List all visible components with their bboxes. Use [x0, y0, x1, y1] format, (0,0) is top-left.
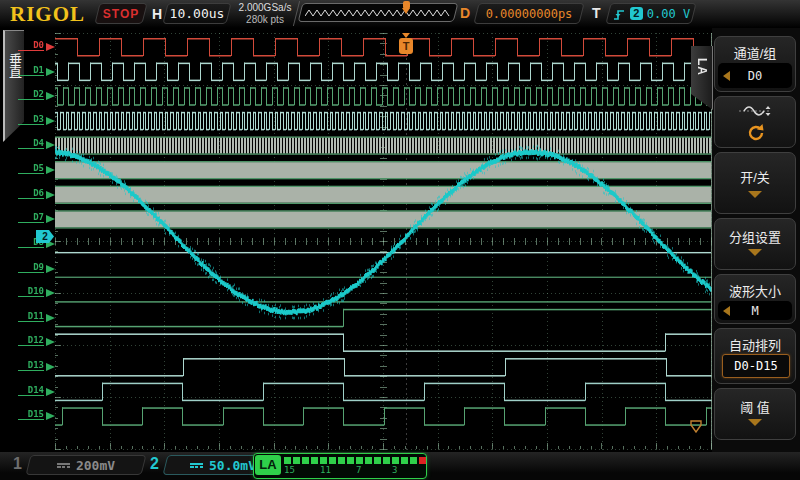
menu-title: 分组设置 [715, 227, 795, 246]
digital-channel-label[interactable]: D13 [18, 360, 44, 371]
trigger-label: T [592, 5, 601, 21]
down-arrow-icon [748, 191, 762, 198]
la-tab-label: LA [695, 58, 709, 76]
menu-title: 自动排列 [715, 335, 795, 354]
waveform-offscreen-indicator-icon [688, 419, 704, 432]
menu-title: 开/关 [715, 167, 795, 186]
menu-value-area: D0 [718, 63, 792, 88]
left-arrow-icon [723, 306, 730, 316]
top-status-bar: RIGOL STOP H 10.00us 2.000GSa/s 280k pts… [0, 0, 800, 29]
ch2-coupling-icon [190, 462, 203, 469]
down-arrow-icon [748, 249, 762, 256]
menu-item-channel-group[interactable]: 通道/组 D0 [714, 36, 796, 92]
run-status-label: STOP [103, 7, 139, 21]
digital-channel-label[interactable]: D11 [18, 311, 44, 322]
digital-channel-label[interactable]: D5 [18, 163, 44, 174]
acquisition-info: 2.000GSa/s 280k pts [236, 2, 294, 26]
la-bit-indicator [374, 457, 381, 464]
la-badge: LA [255, 455, 281, 475]
menu-title: 波形大小 [715, 281, 795, 300]
down-arrow-icon [748, 419, 762, 426]
menu-title: 通道/组 [715, 43, 795, 62]
menu-item-threshold[interactable]: 阈 值 [714, 388, 796, 440]
digital-channel-label[interactable]: D10 [18, 286, 44, 297]
la-bit-indicator [293, 457, 300, 464]
trigger-level-value: 0.00 V [647, 7, 690, 21]
waveform-preview-strip[interactable] [298, 3, 459, 22]
la-bit-indicator [347, 457, 354, 464]
la-group-number: 15 [284, 465, 295, 475]
la-bit-indicator [419, 457, 426, 464]
la-group-number: 7 [356, 465, 361, 475]
sample-rate: 2.000GSa/s [239, 2, 292, 13]
la-bit-indicator [383, 457, 390, 464]
channel-group-value: D0 [748, 69, 762, 83]
la-bit-indicator [311, 457, 318, 464]
digital-channel-label[interactable]: D15 [18, 409, 44, 420]
menu-value-area: M [718, 301, 792, 320]
ch2-position-marker[interactable]: 2 [36, 230, 54, 243]
waveform-display[interactable] [54, 32, 712, 450]
la-bit-indicator [356, 457, 363, 464]
menu-title: 阈 值 [715, 397, 795, 416]
menu-item-on-off[interactable]: 开/关 [714, 152, 796, 214]
softkey-menu-panel: 通道/组 D0 开/关 分组设置 波形大小 M 自动排列 D0-D15 [712, 28, 800, 452]
trigger-status-display[interactable]: 2 0.00 V [605, 3, 696, 24]
menu-item-wave-adjust[interactable] [714, 96, 796, 148]
la-bit-indicator [302, 457, 309, 464]
mini-trigger-arrow-icon [402, 8, 410, 14]
memory-depth: 280k pts [246, 14, 284, 25]
menu-item-auto-arrange[interactable]: 自动排列 D0-D15 [714, 328, 796, 384]
timebase-value: 10.00us [170, 6, 225, 21]
ch2-number: 2 [150, 455, 159, 473]
la-bit-indicator [410, 457, 417, 464]
digital-channel-label[interactable]: D14 [18, 385, 44, 396]
vertical-menu-tab: 垂直 [3, 30, 24, 142]
ch2-scale: 50.0mV [209, 458, 256, 473]
timebase-display[interactable]: 10.00us [162, 3, 231, 24]
la-bit-indicator [338, 457, 345, 464]
wave-adjust-icon [738, 102, 774, 120]
left-arrow-icon [723, 71, 730, 81]
la-group-number: 11 [320, 465, 331, 475]
digital-channel-label[interactable]: D4 [18, 138, 44, 149]
delay-label: D [460, 5, 470, 21]
ch1-scale: 200mV [76, 458, 115, 473]
horizontal-label: H [152, 6, 162, 22]
rising-edge-icon [612, 7, 626, 21]
run-status-badge: STOP [94, 3, 147, 24]
brand-logo: RIGOL [10, 2, 85, 27]
wave-size-value: M [751, 304, 758, 318]
trigger-source-badge: 2 [630, 7, 643, 20]
menu-item-wave-size[interactable]: 波形大小 M [714, 274, 796, 324]
la-bit-indicator [284, 457, 291, 464]
la-bit-indicator [365, 457, 372, 464]
la-bit-indicator [401, 457, 408, 464]
la-bit-indicator [320, 457, 327, 464]
digital-channel-label[interactable]: D12 [18, 335, 44, 346]
delay-value: 0.00000000ps [486, 7, 573, 21]
trigger-flag-icon: T [399, 38, 413, 54]
preview-zigzag [305, 6, 451, 20]
la-bit-indicator [392, 457, 399, 464]
delay-display[interactable]: 0.00000000ps [473, 3, 584, 24]
ch1-number: 1 [13, 455, 22, 473]
digital-channel-label[interactable]: D7 [18, 212, 44, 223]
vertical-tab-label: 垂直 [6, 53, 23, 79]
trigger-position-marker-mini[interactable] [402, 1, 411, 14]
rotate-icon [746, 123, 766, 143]
ch1-status[interactable]: 200mV [26, 455, 147, 475]
auto-arrange-value: D0-D15 [722, 354, 790, 378]
bottom-status-bar: 1 200mV 2 50.0mV LA 151173 S 1 2 [0, 452, 800, 480]
menu-item-group-setup[interactable]: 分组设置 [714, 218, 796, 270]
la-status[interactable]: LA 151173 [253, 453, 427, 479]
digital-channel-label[interactable]: D6 [18, 188, 44, 199]
la-group-number: 3 [392, 465, 397, 475]
digital-channel-label[interactable]: D9 [18, 262, 44, 273]
la-bit-indicator [329, 457, 336, 464]
ch1-coupling-icon [57, 462, 70, 469]
trigger-position-flag[interactable]: T [399, 33, 413, 57]
